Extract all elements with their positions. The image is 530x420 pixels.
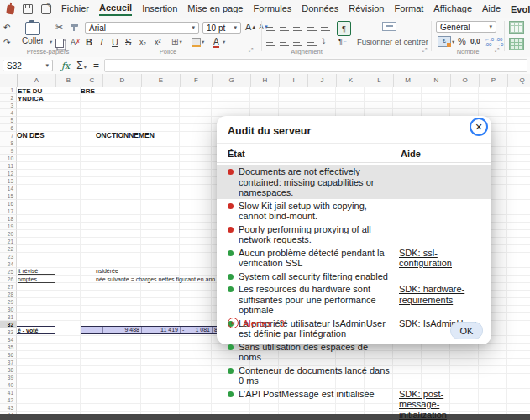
cell-a7[interactable]: ON DES [17, 131, 45, 139]
column-header-B[interactable]: B [56, 74, 81, 87]
paragraph-direction-icon[interactable]: ¶← [338, 37, 348, 45]
row-header-10[interactable]: 10 [0, 155, 17, 162]
column-header-H[interactable]: H [251, 74, 280, 87]
conditional-formatting-icon[interactable] [509, 21, 524, 34]
column-header-K[interactable]: K [337, 74, 365, 87]
row-header-40[interactable]: 40 [0, 381, 17, 389]
menu-item-formules[interactable]: Formules [253, 3, 291, 15]
menu-item-evolution[interactable]: Evolution [511, 4, 530, 14]
font-color-icon[interactable]: A [213, 37, 219, 46]
row-header-23[interactable]: 23 [0, 253, 17, 260]
align-left-icon[interactable] [266, 39, 275, 46]
font-size-select[interactable]: 10 pt▾ [202, 22, 241, 34]
cell-c7[interactable]: ONCTIONNEMEN [96, 131, 155, 139]
row-header-32[interactable]: 32 [0, 321, 17, 328]
number-dialog-launcher-icon[interactable]: ⤢ [495, 47, 500, 54]
row-header-25[interactable]: 25 [0, 268, 17, 276]
column-header-J[interactable]: J [308, 74, 337, 87]
decrease-indent-icon[interactable] [307, 24, 317, 31]
row-header-5[interactable]: 5 [0, 117, 17, 124]
row-header-20[interactable]: 20 [0, 230, 17, 238]
comma-style-button[interactable]: 0,0 [470, 37, 480, 45]
increase-indent-icon[interactable] [321, 24, 330, 31]
grow-font-icon[interactable]: A▲ [245, 22, 256, 32]
copy-icon[interactable] [55, 39, 64, 48]
autosum-icon[interactable]: Σ▾ [76, 60, 87, 71]
ok-button[interactable]: OK [450, 322, 483, 339]
menu-item-aide[interactable]: Aide [482, 3, 501, 15]
cell-a26[interactable]: omptes [18, 276, 55, 283]
align-center-icon[interactable] [280, 39, 289, 46]
undo-icon[interactable]: ↶ [3, 23, 10, 32]
row-header-34[interactable]: 34 [0, 336, 17, 344]
paste-button[interactable]: Coller [22, 36, 44, 45]
subscript-button[interactable]: x₂ [139, 38, 146, 46]
cut-icon[interactable]: ✂ [55, 22, 63, 33]
menu-item-insertion[interactable]: Insertion [142, 3, 177, 15]
orientation-icon[interactable]: ⤵ [322, 37, 326, 45]
row-header-22[interactable]: 22 [0, 245, 17, 253]
cell-a23[interactable]: é - voté [17, 326, 55, 334]
menu-item-format[interactable]: Format [394, 3, 423, 15]
column-header-F[interactable]: F [181, 74, 213, 87]
audit-item[interactable]: Documents are not effectively contained:… [217, 165, 491, 199]
column-header-M[interactable]: M [394, 74, 422, 87]
fill-color-icon[interactable]: ▾ [192, 38, 204, 45]
column-header-L[interactable]: L [365, 74, 394, 87]
formula-input[interactable] [104, 59, 527, 72]
redo-icon[interactable]: ↷ [3, 38, 10, 47]
column-header-D[interactable]: D [103, 74, 142, 87]
audit-item[interactable]: Slow Kit jail setup with copying, cannot… [217, 200, 491, 223]
cell-e23[interactable]: 11 419 [141, 327, 180, 333]
font-dialog-launcher-icon[interactable]: ⤢ [249, 47, 254, 54]
column-header-E[interactable]: E [142, 74, 181, 87]
audit-item[interactable]: Aucun problème détecté pendant la vérifi… [217, 247, 491, 270]
row-header-7[interactable]: 7 [0, 132, 17, 139]
column-header-I[interactable]: I [280, 74, 308, 87]
menu-item-données[interactable]: Données [302, 3, 338, 15]
align-bottom-icon[interactable] [293, 24, 302, 31]
row-header-14[interactable]: 14 [0, 185, 17, 192]
row-header-29[interactable]: 29 [0, 298, 17, 306]
sdk-help-link[interactable]: SDK: ssl-configuration [399, 248, 481, 269]
row-header-1[interactable]: 1 [0, 87, 17, 94]
menu-item-accueil[interactable]: Accueil [99, 3, 132, 16]
sdk-help-link[interactable]: SDK: post-message-initialization [399, 389, 481, 420]
row-header-37[interactable]: 37 [0, 359, 17, 366]
row-header-30[interactable]: 30 [0, 306, 17, 313]
row-header-4[interactable]: 4 [0, 109, 17, 117]
font-color-caret-icon[interactable]: ▾ [223, 39, 225, 45]
row-header-43[interactable]: 43 [0, 404, 17, 412]
borders-icon[interactable]: ⊞▾ [171, 37, 182, 46]
menu-item-mise-en-page[interactable]: Mise en page [187, 3, 243, 15]
row-header-8[interactable]: 8 [0, 139, 17, 147]
row-header-42[interactable]: 42 [0, 396, 17, 404]
currency-icon[interactable]: €▾ [438, 36, 454, 47]
bold-button[interactable]: B [86, 37, 92, 47]
merge-icon[interactable] [382, 22, 396, 31]
cell-c8[interactable]: · ·· · ··· [96, 141, 118, 146]
row-header-28[interactable]: 28 [0, 291, 17, 298]
save-icon[interactable] [23, 4, 33, 14]
column-header-P[interactable]: P [480, 74, 508, 87]
format-as-table-icon[interactable] [509, 38, 524, 50]
name-box[interactable]: S32▾ [3, 60, 53, 71]
audit-item[interactable]: Sans utilisation des espaces de noms [217, 341, 491, 364]
audit-item[interactable]: Poorly performing proxying of all networ… [217, 223, 491, 246]
menu-item-révision[interactable]: Révision [349, 3, 384, 15]
font-name-select[interactable]: Arial▾ [85, 22, 199, 34]
paste-caret-icon[interactable]: ▾ [50, 39, 52, 45]
format-painter-icon[interactable] [71, 24, 78, 27]
cell-c26[interactable]: née suivante = charges nettes figurant e… [96, 276, 215, 282]
cell-a1[interactable]: ETE DU [18, 87, 42, 95]
row-header-13[interactable]: 13 [0, 177, 17, 185]
row-header-2[interactable]: 2 [0, 94, 17, 102]
row-header-18[interactable]: 18 [0, 215, 17, 223]
select-all-corner[interactable] [0, 74, 18, 87]
audit-item[interactable]: L'API PostMessage est initialiséeSDK: po… [217, 388, 491, 420]
close-icon[interactable]: ✕ [470, 118, 488, 136]
row-header-33[interactable]: 33 [0, 328, 17, 336]
row-header-16[interactable]: 16 [0, 200, 17, 207]
clear-format-icon[interactable]: A✗ [71, 38, 81, 46]
audit-item[interactable]: System call security filtering enabled [217, 270, 491, 283]
